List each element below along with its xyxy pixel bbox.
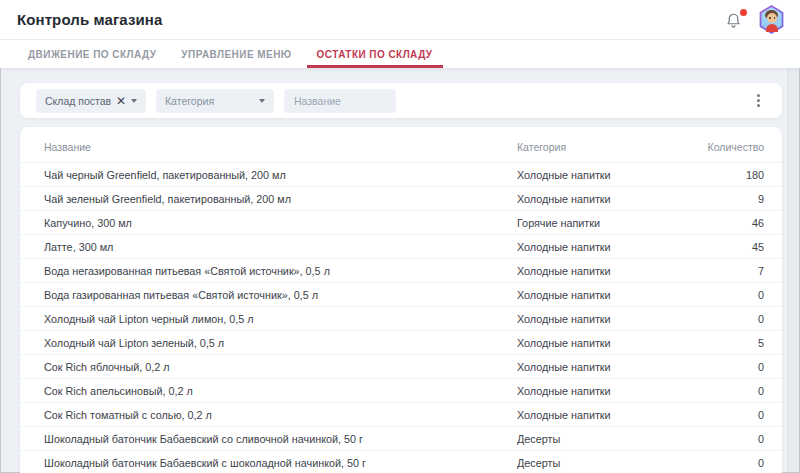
cell-name: Холодный чай Lipton зеленый, 0,5 л (44, 337, 517, 349)
tab-warehouse-stock[interactable]: ОСТАТКИ ПО СКЛАДУ (307, 40, 443, 68)
clear-filter-icon[interactable]: ✕ (116, 95, 126, 107)
category-placeholder: Категория (165, 95, 214, 107)
cell-cat: Холодные напитки (517, 169, 684, 181)
kebab-menu-icon (757, 94, 760, 97)
cell-name: Сок Rich яблочный, 0,2 л (44, 361, 517, 373)
cell-cat: Десерты (517, 433, 684, 445)
cell-qty: 5 (684, 337, 764, 349)
cell-qty: 7 (684, 265, 764, 277)
page-title: Контроль магазина (17, 11, 162, 28)
chevron-down-icon (259, 99, 265, 103)
filters-card: Склад поставщика (о... ✕ Категория (20, 83, 782, 118)
table-row: Сок Rich апельсиновый, 0,2 лХолодные нап… (20, 379, 782, 403)
cell-cat: Холодные напитки (517, 409, 684, 421)
table-row: Капучино, 300 млГорячие напитки46 (20, 211, 782, 235)
cell-cat: Горячие напитки (517, 217, 684, 229)
notification-badge (740, 9, 747, 16)
table-row: Вода газированная питьевая «Святой источ… (20, 283, 782, 307)
name-filter-input[interactable] (284, 89, 396, 113)
cell-cat: Холодные напитки (517, 265, 684, 277)
column-header-quantity: Количество (684, 141, 764, 153)
category-select[interactable]: Категория (156, 89, 274, 113)
cell-qty: 0 (684, 313, 764, 325)
cell-name: Холодный чай Lipton черный лимон, 0,5 л (44, 313, 517, 325)
header-actions (725, 5, 785, 34)
cell-name: Сок Rich апельсиновый, 0,2 л (44, 385, 517, 397)
table-row: Шоколадный батончик Бабаевский с шоколад… (20, 451, 782, 473)
avatar-emoji-eye (774, 17, 776, 19)
cell-cat: Десерты (517, 457, 684, 469)
cell-cat: Холодные напитки (517, 193, 684, 205)
cell-name: Вода негазированная питьевая «Святой ист… (44, 265, 517, 277)
table-row: Холодный чай Lipton черный лимон, 0,5 лХ… (20, 307, 782, 331)
table-row: Сок Rich томатный с солью, 0,2 лХолодные… (20, 403, 782, 427)
table-row: Чай черный Greenfield, пакетированный, 2… (20, 163, 782, 187)
table-row: Чай зеленый Greenfield, пакетированный, … (20, 187, 782, 211)
cell-qty: 0 (684, 289, 764, 301)
table-header-row: Название Категория Количество (20, 127, 782, 163)
cell-name: Шоколадный батончик Бабаевский с шоколад… (44, 457, 517, 469)
table-row: Вода негазированная питьевая «Святой ист… (20, 259, 782, 283)
cell-qty: 180 (684, 169, 764, 181)
cell-qty: 0 (684, 433, 764, 445)
more-options-button[interactable] (751, 90, 766, 111)
stock-table-card: Название Категория Количество Чай черный… (20, 127, 782, 473)
table-row: Холодный чай Lipton зеленый, 0,5 лХолодн… (20, 331, 782, 355)
cell-cat: Холодные напитки (517, 289, 684, 301)
cell-name: Чай зеленый Greenfield, пакетированный, … (44, 193, 517, 205)
cell-cat: Холодные напитки (517, 385, 684, 397)
avatar-emoji-body (766, 24, 778, 32)
tab-menu-management[interactable]: УПРАВЛЕНИЕ МЕНЮ (171, 40, 301, 68)
cell-qty: 0 (684, 409, 764, 421)
cell-cat: Холодные напитки (517, 313, 684, 325)
table-body: Чай черный Greenfield, пакетированный, 2… (20, 163, 782, 473)
column-header-name: Название (44, 141, 517, 153)
supplier-warehouse-select[interactable]: Склад поставщика (о... ✕ (36, 89, 146, 113)
cell-qty: 45 (684, 241, 764, 253)
cell-qty: 9 (684, 193, 764, 205)
supplier-warehouse-value: Склад поставщика (о... (45, 95, 111, 107)
chevron-down-icon (131, 99, 137, 103)
main-content: Склад поставщика (о... ✕ Категория Назва… (0, 83, 800, 473)
cell-qty: 46 (684, 217, 764, 229)
table-row: Латте, 300 млХолодные напитки45 (20, 235, 782, 259)
cell-name: Латте, 300 мл (44, 241, 517, 253)
cell-name: Сок Rich томатный с солью, 0,2 л (44, 409, 517, 421)
cell-name: Вода газированная питьевая «Святой источ… (44, 289, 517, 301)
notifications-button[interactable] (725, 9, 745, 31)
avatar-emoji-face (767, 13, 777, 23)
tab-warehouse-movement[interactable]: ДВИЖЕНИЕ ПО СКЛАДУ (18, 40, 166, 68)
cell-qty: 0 (684, 385, 764, 397)
column-header-category: Категория (517, 141, 684, 153)
cell-cat: Холодные напитки (517, 337, 684, 349)
app-header: Контроль магазина (0, 0, 800, 40)
table-row: Шоколадный батончик Бабаевский со сливоч… (20, 427, 782, 451)
scrollbar-track[interactable] (787, 68, 799, 472)
cell-name: Чай черный Greenfield, пакетированный, 2… (44, 169, 517, 181)
cell-qty: 0 (684, 361, 764, 373)
user-avatar[interactable] (758, 5, 785, 34)
avatar-emoji-eye (769, 17, 771, 19)
cell-name: Шоколадный батончик Бабаевский со сливоч… (44, 433, 517, 445)
cell-cat: Холодные напитки (517, 241, 684, 253)
cell-name: Капучино, 300 мл (44, 217, 517, 229)
cell-qty: 0 (684, 457, 764, 469)
table-row: Сок Rich яблочный, 0,2 лХолодные напитки… (20, 355, 782, 379)
cell-cat: Холодные напитки (517, 361, 684, 373)
tab-bar: ДВИЖЕНИЕ ПО СКЛАДУ УПРАВЛЕНИЕ МЕНЮ ОСТАТ… (0, 40, 800, 68)
